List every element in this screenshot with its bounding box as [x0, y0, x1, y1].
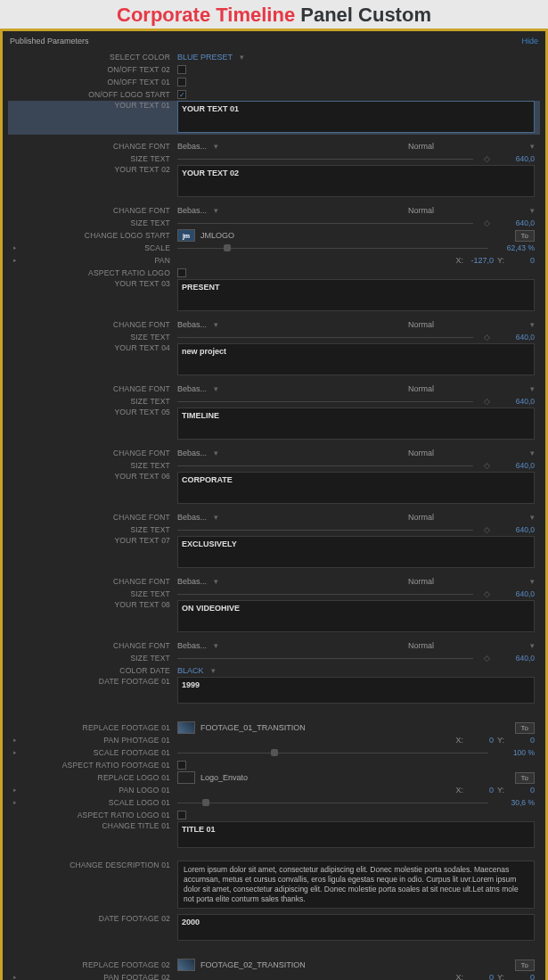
caret-icon: ▾ — [530, 641, 535, 650]
size-text-val-3[interactable]: 640,0 — [499, 333, 535, 342]
to-button-logo-01[interactable]: To — [515, 772, 535, 784]
row-change-font-3: CHANGE FONT Bebas...▾Normal▾ — [8, 318, 540, 331]
font-style-6[interactable]: Normal — [408, 513, 434, 522]
scale-footage-01-val[interactable]: 100 % — [499, 748, 535, 757]
slider-size-text-8[interactable] — [177, 658, 473, 659]
expand-arrow-icon[interactable]: ▸ — [13, 786, 17, 794]
input-your-text-01[interactable]: YOUR TEXT 01 — [177, 101, 535, 133]
to-button-logo-start[interactable]: To — [515, 230, 535, 242]
input-your-text-07[interactable]: EXCLUSIVELY — [177, 536, 535, 568]
font-name-6[interactable]: Bebas... — [177, 513, 207, 522]
font-style-2[interactable]: Normal — [408, 206, 434, 215]
expand-arrow-icon[interactable]: ▸ — [13, 257, 17, 264]
caret-icon: ▾ — [530, 320, 535, 329]
scale-val[interactable]: 62,43 % — [499, 243, 535, 252]
slider-scale[interactable] — [177, 248, 488, 249]
checkbox-onoff-text01[interactable] — [177, 78, 186, 86]
size-text-val-6[interactable]: 640,0 — [499, 525, 535, 534]
input-your-text-06[interactable]: CORPORATE — [177, 472, 535, 504]
row-scale: ▸ Scale 62,43 % — [8, 242, 540, 254]
expand-arrow-icon[interactable]: ▸ — [13, 737, 17, 744]
checkbox-onoff-text02[interactable] — [177, 65, 186, 74]
checkbox-aspect-ratio-footage-`01[interactable] — [177, 761, 186, 770]
font-style-4[interactable]: Normal — [408, 384, 434, 393]
checkbox-onoff-logo-start[interactable]: ✓ — [177, 90, 186, 99]
thumb-footage-02[interactable] — [177, 959, 195, 971]
font-name-7[interactable]: Bebas... — [177, 577, 207, 586]
slider-size-text-5[interactable] — [177, 465, 473, 466]
thumb-jm-logo[interactable]: jm — [177, 229, 195, 242]
row-change-font-7: CHANGE FONTBebas...▾Normal▾ — [8, 575, 540, 588]
row-size-text-4: SIZE TEXT◇640,0 — [8, 395, 540, 408]
font-name-2[interactable]: Bebas... — [177, 206, 207, 215]
row-size-text-2: SIZE TEXT ◇ 640,0 — [8, 217, 540, 229]
font-style-7[interactable]: Normal — [408, 577, 434, 586]
to-button-footage-01[interactable]: To — [515, 722, 535, 734]
font-name-5[interactable]: Bebas... — [177, 449, 207, 457]
font-name-3[interactable]: Bebas... — [177, 320, 207, 329]
hide-link[interactable]: Hide — [521, 37, 538, 45]
slider-size-text-1[interactable] — [177, 159, 473, 160]
footage-01-name: FOOTAGE_01_TRANSITION — [200, 723, 306, 732]
font-style-3[interactable]: Normal — [408, 320, 434, 329]
font-style-8[interactable]: Normal — [408, 641, 434, 650]
pan-photage-01-x[interactable]: 0 — [467, 736, 494, 745]
checkbox-aspect-ratio-logo[interactable] — [177, 268, 186, 277]
input-your-text-08[interactable]: ON VIDEOHIVE — [177, 600, 535, 632]
row-size-text-7: SIZE TEXT◇640,0 — [8, 588, 540, 600]
size-text-val-5[interactable]: 640,0 — [499, 461, 535, 470]
label-pan-logo-01: PAN LOGO 01 — [8, 786, 177, 795]
label-change-description-01: CHANGE DESCRIPTION 01 — [8, 861, 177, 869]
font-style-1[interactable]: Normal — [408, 142, 434, 151]
thumb-logo-01[interactable] — [177, 771, 195, 784]
color-date-value[interactable]: BLACK — [177, 666, 204, 675]
pan-footage-02-y[interactable]: 0 — [508, 973, 535, 980]
footage-02-name: FOOTAGE_02_TRANSITION — [200, 960, 306, 969]
pan-logo-01-y[interactable]: 0 — [508, 786, 535, 795]
font-name-4[interactable]: Bebas... — [177, 384, 207, 393]
published-parameters-panel: Published Parameters Hide SELECT COLOR B… — [3, 31, 545, 980]
input-your-text-05[interactable]: TIMELINE — [177, 408, 535, 440]
slider-size-text-7[interactable] — [177, 594, 473, 595]
row-size-text-5: SIZE TEXT◇640,0 — [8, 459, 540, 472]
to-button-footage-02[interactable]: To — [515, 959, 535, 971]
slider-end-icon: ◇ — [484, 333, 490, 342]
input-your-text-04[interactable]: new project — [177, 343, 535, 375]
pan-footage-02-x[interactable]: 0 — [467, 973, 494, 980]
select-color-value[interactable]: BLUE PRESET — [177, 53, 233, 62]
label-your-text-04: YOUR TEXT 04 — [8, 343, 177, 352]
slider-size-text-6[interactable] — [177, 530, 473, 531]
row-pan: ▸ Pan X:-127,0 Y:0 — [8, 254, 540, 267]
font-name-1[interactable]: Bebas... — [177, 142, 207, 151]
input-date-footage-01[interactable]: 1999 — [177, 677, 535, 704]
checkbox-aspect-ratio-logo-01[interactable] — [177, 811, 186, 819]
input-your-text-02[interactable]: YOUR TEXT 02 — [177, 165, 535, 197]
font-style-5[interactable]: Normal — [408, 449, 434, 457]
slider-size-text-4[interactable] — [177, 401, 473, 402]
slider-size-text-3[interactable] — [177, 337, 473, 338]
scale-logo-01-val[interactable]: 30,6 % — [499, 798, 535, 807]
expand-arrow-icon[interactable]: ▸ — [13, 749, 17, 756]
slider-size-text-2[interactable] — [177, 223, 473, 224]
label-pan: Pan — [8, 256, 177, 265]
expand-arrow-icon[interactable]: ▸ — [13, 974, 17, 980]
input-change-title-01[interactable]: TITLE 01 — [177, 821, 535, 848]
pan-logo-01-x[interactable]: 0 — [467, 786, 494, 795]
pan-x[interactable]: -127,0 — [467, 256, 494, 265]
pan-photage-01-y[interactable]: 0 — [508, 736, 535, 745]
thumb-footage-01[interactable] — [177, 721, 195, 734]
size-text-val-2[interactable]: 640,0 — [499, 218, 535, 227]
size-text-val-4[interactable]: 640,0 — [499, 397, 535, 406]
input-your-text-03[interactable]: PRESENT — [177, 279, 535, 311]
size-text-val-1[interactable]: 640,0 — [499, 154, 535, 163]
slider-scale-logo-01[interactable] — [177, 803, 488, 803]
size-text-val-7[interactable]: 640,0 — [499, 589, 535, 598]
slider-scale-footage-01[interactable] — [177, 753, 488, 754]
input-date-footage-02[interactable]: 2000 — [177, 914, 535, 941]
size-text-val-8[interactable]: 640,0 — [499, 654, 535, 663]
input-change-description-01[interactable]: Lorem ipsum dolor sit amet, consectetur … — [177, 861, 535, 909]
pan-y[interactable]: 0 — [508, 256, 535, 265]
expand-arrow-icon[interactable]: ▸ — [13, 799, 17, 806]
expand-arrow-icon[interactable]: ▸ — [13, 244, 17, 251]
font-name-8[interactable]: Bebas... — [177, 641, 207, 650]
